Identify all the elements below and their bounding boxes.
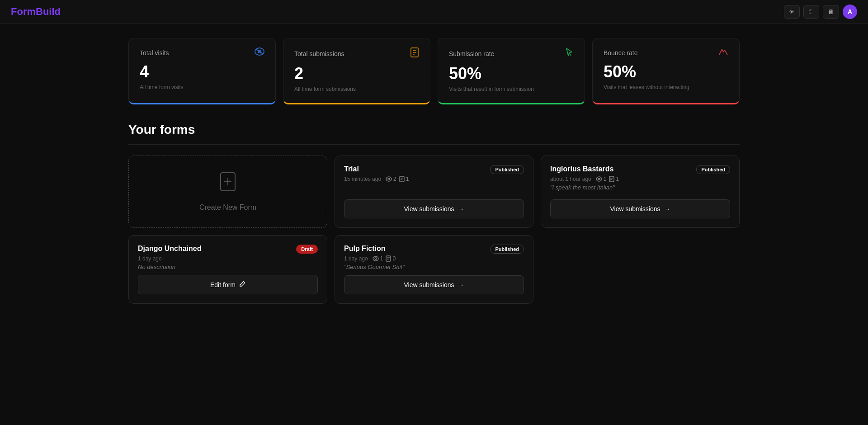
arrow-right-icon: → (664, 205, 670, 212)
stat-sub-bounce-rate: Visits that leaves without interacting (604, 84, 728, 90)
sun-icon: ☀ (789, 8, 795, 15)
stat-label-submission-rate: Submission rate (449, 50, 494, 57)
views-stat: 2 (386, 176, 396, 182)
monitor-button[interactable]: 🖥 (823, 5, 839, 19)
form-time-inglorius: about 1 hour ago (550, 176, 591, 182)
form-title-pulp: Pulp Fiction (344, 245, 386, 253)
stat-label-visits: Total visits (140, 49, 169, 57)
cursor-icon (565, 47, 574, 60)
stat-sub-submission-rate: Visits that result in form submission (449, 86, 574, 92)
svg-line-7 (569, 53, 571, 56)
status-badge-django: Draft (296, 245, 318, 254)
svg-rect-23 (386, 256, 391, 261)
stat-header: Submission rate (449, 47, 574, 60)
form-card-inglorius: Inglorius Bastards Published about 1 hou… (541, 156, 740, 228)
form-description-django: No description (138, 264, 318, 270)
monitor-icon: 🖥 (828, 8, 834, 15)
stat-card-total-submissions: Total submissions 2 All time form submis… (283, 38, 430, 104)
views-stat: 1 (596, 176, 607, 182)
stat-label-bounce-rate: Bounce rate (604, 49, 638, 57)
svg-point-17 (598, 178, 600, 180)
form-card-header: Pulp Fiction Published (344, 245, 524, 254)
forms-grid: Create New Form Trial Published 15 minut… (128, 156, 740, 304)
form-description-inglorius: "I speak the most Italian" (550, 184, 730, 191)
svg-point-12 (388, 178, 390, 180)
form-card-django: Django Unchained Draft 1 day ago No desc… (128, 235, 327, 304)
logo-build: Build (36, 6, 61, 17)
stats-grid: Total visits 4 All time form visits Tota… (128, 38, 740, 104)
edit-form-button-django[interactable]: Edit form (138, 275, 318, 294)
status-badge-trial: Published (490, 165, 524, 174)
section-title-forms: Your forms (128, 123, 740, 137)
form-meta-inglorius: about 1 hour ago 1 1 (550, 176, 730, 182)
form-time-django: 1 day ago (138, 255, 162, 262)
moon-icon: ☾ (808, 8, 814, 15)
form-card-top: Django Unchained Draft 1 day ago No desc… (138, 245, 318, 270)
theme-light-button[interactable]: ☀ (784, 5, 800, 19)
arrow-right-icon: → (458, 281, 464, 288)
status-badge-pulp: Published (490, 245, 524, 254)
form-title-django: Django Unchained (138, 245, 201, 253)
form-title-inglorius: Inglorius Bastards (550, 165, 613, 173)
view-submissions-button-inglorius[interactable]: View submissions → (550, 199, 730, 218)
svg-point-16 (596, 177, 602, 181)
create-new-form-card[interactable]: Create New Form (128, 156, 327, 228)
stat-value-visits: 4 (140, 62, 264, 81)
svg-point-22 (375, 258, 377, 260)
theme-dark-button[interactable]: ☾ (803, 5, 819, 19)
submissions-stat: 0 (386, 255, 396, 262)
svg-point-11 (386, 177, 392, 181)
form-stats-pulp: 1 0 (373, 255, 396, 262)
form-icon (410, 47, 419, 60)
svg-rect-13 (400, 176, 404, 182)
form-meta-pulp: 1 day ago 1 0 (344, 255, 524, 262)
status-badge-inglorius: Published (696, 165, 730, 174)
form-card-top: Trial Published 15 minutes ago 2 1 (344, 165, 524, 182)
form-time-trial: 15 minutes ago (344, 176, 381, 182)
stat-sub-submissions: All time form submissions (294, 86, 419, 92)
form-card-header: Inglorius Bastards Published (550, 165, 730, 174)
form-card-trial: Trial Published 15 minutes ago 2 1 (335, 156, 533, 228)
stat-card-bounce-rate: Bounce rate 50% Visits that leaves witho… (592, 38, 740, 104)
form-card-header: Trial Published (344, 165, 524, 174)
stat-card-submission-rate: Submission rate 50% Visits that result i… (438, 38, 585, 104)
form-title-trial: Trial (344, 165, 359, 173)
stat-value-submission-rate: 50% (449, 64, 574, 83)
create-form-icon (219, 172, 237, 195)
stat-header: Total visits (140, 47, 264, 58)
form-card-pulp: Pulp Fiction Published 1 day ago 1 0 (335, 235, 533, 304)
submissions-stat: 1 (399, 176, 409, 182)
svg-rect-18 (609, 176, 614, 182)
form-description-pulp: "Serious Gourmet Shit" (344, 264, 524, 270)
view-submissions-button-pulp[interactable]: View submissions → (344, 275, 524, 294)
form-meta-trial: 15 minutes ago 2 1 (344, 176, 524, 182)
logo-form: Form (11, 6, 36, 17)
stat-value-submissions: 2 (294, 64, 419, 83)
section-divider (128, 144, 740, 145)
stat-header: Bounce rate (604, 47, 728, 58)
stat-card-total-visits: Total visits 4 All time form visits (128, 38, 276, 104)
submissions-stat: 1 (609, 176, 619, 182)
user-avatar[interactable]: A (843, 5, 857, 19)
eye-icon (255, 47, 264, 58)
view-submissions-button-trial[interactable]: View submissions → (344, 199, 524, 218)
bounce-icon (718, 47, 728, 58)
header-controls: ☀ ☾ 🖥 A (784, 5, 857, 19)
app-logo: FormBuild (11, 6, 61, 18)
app-header: FormBuild ☀ ☾ 🖥 A (0, 0, 868, 24)
views-stat: 1 (373, 255, 383, 262)
edit-icon (239, 281, 245, 288)
form-meta-django: 1 day ago (138, 255, 318, 262)
svg-point-21 (373, 256, 378, 261)
form-card-top: Pulp Fiction Published 1 day ago 1 0 (344, 245, 524, 270)
stat-header: Total submissions (294, 47, 419, 60)
form-card-header: Django Unchained Draft (138, 245, 318, 254)
form-stats-trial: 2 1 (386, 176, 409, 182)
form-time-pulp: 1 day ago (344, 255, 368, 262)
stat-sub-visits: All time form visits (140, 84, 264, 90)
stat-value-bounce-rate: 50% (604, 62, 728, 81)
form-stats-inglorius: 1 1 (596, 176, 619, 182)
main-content: Total visits 4 All time form visits Tota… (118, 24, 750, 318)
arrow-right-icon: → (458, 205, 464, 212)
form-card-top: Inglorius Bastards Published about 1 hou… (550, 165, 730, 191)
